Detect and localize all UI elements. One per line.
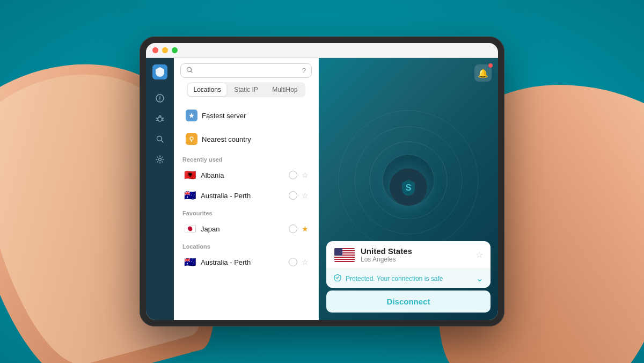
tab-locations[interactable]: Locations [188, 83, 226, 96]
sidebar-item-alerts[interactable] [154, 92, 166, 104]
fastest-icon [186, 110, 197, 121]
vpn-logo: S [390, 169, 427, 206]
section-favourites: Favourites [180, 206, 312, 219]
tablet-frame: ? Locations Static IP MultiHop [140, 37, 504, 326]
country-details: United States Los Angeles [361, 246, 470, 263]
japan-name: Japan [201, 225, 284, 233]
locations-panel: ? Locations Static IP MultiHop [174, 58, 319, 320]
list-item-japan[interactable]: 🇯🇵 Japan ★ [180, 219, 312, 239]
connection-card: United States Los Angeles ☆ Protected [326, 241, 491, 288]
albania-star[interactable]: ☆ [302, 171, 309, 179]
notification-badge [488, 63, 493, 68]
albania-radio[interactable] [289, 171, 297, 179]
svg-text:S: S [406, 183, 412, 192]
albania-name: Albania [201, 171, 284, 179]
search-icon [186, 67, 193, 75]
australia-perth-locations-flag: 🇦🇺 [184, 256, 196, 268]
tablet-screen: ? Locations Static IP MultiHop [146, 43, 498, 320]
search-input[interactable] [196, 67, 299, 75]
section-locations: Locations [180, 239, 312, 252]
app-logo [152, 64, 167, 79]
maximize-button[interactable] [172, 47, 178, 53]
section-recently-used: Recently used [180, 152, 312, 165]
country-name: United States [361, 246, 470, 256]
help-icon[interactable]: ? [302, 67, 306, 75]
list-item-australia-perth-recent[interactable]: 🇦🇺 Australia - Perth ☆ [180, 185, 312, 206]
minimize-button[interactable] [162, 47, 168, 53]
australia-perth-locations-name: Australia - Perth [201, 258, 284, 266]
sidebar-item-search[interactable] [154, 133, 166, 145]
list-item-australia-perth-locations[interactable]: 🇦🇺 Australia - Perth ☆ [180, 252, 312, 272]
search-area: ? Locations Static IP MultiHop [174, 58, 318, 105]
notification-button[interactable]: 🔔 [474, 64, 492, 82]
us-flag [334, 248, 355, 263]
close-button[interactable] [152, 47, 158, 53]
search-bar[interactable]: ? [180, 63, 312, 78]
list-item-albania[interactable]: 🇦🇱 Albania ☆ [180, 165, 312, 185]
nearest-icon [186, 133, 197, 145]
nearest-country-item[interactable]: Nearest country [180, 128, 312, 150]
tab-static-ip[interactable]: Static IP [226, 83, 265, 96]
title-bar [146, 43, 498, 58]
vpn-status-panel: 🔔 S [319, 58, 498, 320]
fastest-server-label: Fastest server [202, 112, 306, 120]
australia-perth-recent-star[interactable]: ☆ [302, 191, 309, 200]
albania-flag: 🇦🇱 [184, 169, 196, 181]
japan-star[interactable]: ★ [302, 224, 309, 233]
japan-flag: 🇯🇵 [184, 223, 196, 235]
fastest-server-item[interactable]: Fastest server [180, 105, 312, 126]
svg-point-5 [190, 137, 193, 140]
connection-info: United States Los Angeles ☆ [326, 241, 491, 268]
disconnect-button[interactable]: Disconnect [326, 291, 491, 313]
svg-point-3 [159, 158, 162, 161]
australia-perth-recent-flag: 🇦🇺 [184, 190, 196, 201]
shield-icon [334, 274, 341, 283]
japan-radio[interactable] [289, 224, 297, 233]
chevron-down-icon[interactable]: ⌄ [476, 273, 483, 284]
location-tabs: Locations Static IP MultiHop [187, 82, 305, 97]
bell-icon: 🔔 [478, 68, 488, 78]
sidebar-item-bug[interactable] [154, 113, 166, 125]
svg-point-1 [158, 117, 162, 121]
connection-star[interactable]: ☆ [475, 250, 483, 260]
status-text: Protected. Your connection is safe [346, 275, 472, 282]
australia-perth-recent-radio[interactable] [289, 191, 297, 200]
city-name: Los Angeles [361, 256, 470, 263]
sidebar [146, 58, 174, 320]
australia-perth-locations-radio[interactable] [289, 258, 297, 266]
australia-perth-locations-star[interactable]: ☆ [302, 258, 309, 266]
australia-perth-recent-name: Australia - Perth [201, 192, 284, 200]
tab-multihop[interactable]: MultiHop [266, 83, 304, 96]
status-bar[interactable]: Protected. Your connection is safe ⌄ [326, 268, 491, 288]
nearest-country-label: Nearest country [202, 135, 306, 143]
location-list: Fastest server Nearest country [174, 105, 318, 320]
app-content: ? Locations Static IP MultiHop [146, 58, 498, 320]
sidebar-item-settings[interactable] [154, 154, 166, 165]
